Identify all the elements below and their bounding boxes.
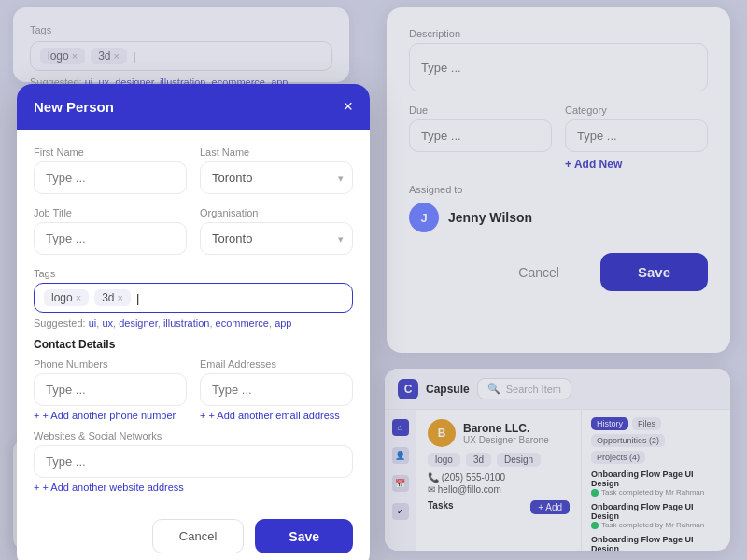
websites-section: Websites & Social Networks + + Add anoth…	[34, 430, 353, 493]
plus-phone-icon: +	[34, 410, 39, 421]
job-title-input[interactable]	[34, 222, 187, 255]
modal-overlay: New Person × First Name Last Name Toront…	[0, 0, 747, 560]
modal-suggested-app[interactable]: app	[275, 317, 291, 329]
modal-save-button[interactable]: Save	[255, 519, 353, 553]
modal-body: First Name Last Name Toronto ▾ Job Title	[17, 130, 370, 519]
modal-tags-section: Tags logo × 3d × | Suggested: ui, ux, d	[34, 268, 353, 329]
job-org-row: Job Title Organisation Toronto ▾	[34, 207, 353, 255]
modal-suggested-ux[interactable]: ux	[102, 317, 113, 329]
modal-tags-cursor: |	[136, 291, 139, 305]
modal-header: New Person ×	[17, 84, 370, 130]
modal-cancel-button[interactable]: Cancel	[152, 519, 244, 553]
add-email-link[interactable]: + + Add another email address	[200, 410, 353, 421]
email-col: Email Addresses + + Add another email ad…	[200, 358, 353, 421]
email-label: Email Addresses	[200, 358, 353, 370]
modal-suggested-illustration[interactable]: illustration	[163, 317, 210, 329]
contact-details-title: Contact Details	[34, 338, 353, 351]
organisation-select-wrap: Toronto ▾	[200, 222, 353, 255]
plus-email-icon: +	[200, 410, 205, 421]
first-name-input[interactable]	[34, 161, 187, 194]
websites-label: Websites & Social Networks	[34, 430, 353, 441]
modal-title: New Person	[34, 99, 114, 115]
modal-suggested-ui[interactable]: ui	[89, 317, 97, 329]
modal-tag-logo[interactable]: logo ×	[44, 289, 89, 306]
add-phone-link[interactable]: + + Add another phone number	[34, 410, 187, 421]
organisation-select[interactable]: Toronto	[200, 222, 353, 255]
modal-footer: Cancel Save	[17, 519, 370, 560]
modal-suggested-designer[interactable]: designer	[119, 317, 158, 329]
modal-tag-3d-remove[interactable]: ×	[117, 292, 122, 303]
job-title-col: Job Title	[34, 207, 187, 255]
last-name-label: Last Name	[200, 147, 353, 158]
modal-suggested: Suggested: ui, ux, designer, illustratio…	[34, 317, 353, 329]
last-name-col: Last Name Toronto ▾	[200, 147, 353, 194]
name-row: First Name Last Name Toronto ▾	[34, 147, 353, 194]
modal-tags-label: Tags	[34, 268, 353, 279]
phone-col: Phone Numbers + + Add another phone numb…	[34, 358, 187, 421]
organisation-label: Organisation	[200, 207, 353, 218]
plus-website-icon: +	[34, 482, 39, 493]
first-name-label: First Name	[34, 147, 187, 158]
last-name-select[interactable]: Toronto	[200, 161, 353, 194]
email-input[interactable]	[200, 373, 353, 406]
new-person-modal: New Person × First Name Last Name Toront…	[17, 84, 370, 560]
job-title-label: Job Title	[34, 207, 187, 218]
modal-tag-logo-remove[interactable]: ×	[76, 292, 81, 303]
modal-tag-3d[interactable]: 3d ×	[94, 289, 131, 306]
last-name-select-wrap: Toronto ▾	[200, 161, 353, 194]
modal-close-button[interactable]: ×	[343, 97, 353, 117]
contact-details-row: Phone Numbers + + Add another phone numb…	[34, 358, 353, 421]
phone-label: Phone Numbers	[34, 358, 187, 370]
add-website-link[interactable]: + + Add another website address	[34, 482, 353, 493]
phone-input[interactable]	[34, 373, 187, 406]
organisation-col: Organisation Toronto ▾	[200, 207, 353, 255]
modal-suggested-ecommerce[interactable]: ecommerce	[216, 317, 269, 329]
modal-tags-input[interactable]: logo × 3d × |	[34, 283, 353, 313]
first-name-col: First Name	[34, 147, 187, 194]
website-input[interactable]	[34, 445, 353, 478]
